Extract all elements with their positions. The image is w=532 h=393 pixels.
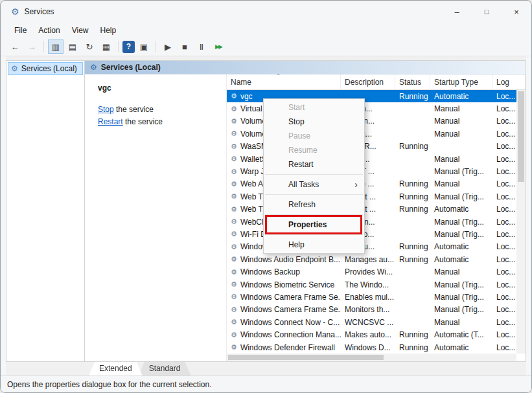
- context-menu-item-all-tasks[interactable]: All Tasks›: [264, 177, 364, 192]
- menu-view[interactable]: View: [66, 24, 95, 37]
- service-logon: Loc...: [492, 330, 516, 339]
- column-header-startup-type[interactable]: Startup Type: [430, 74, 492, 89]
- table-row[interactable]: ⚙ Windows Camera Frame Se... Enables mul…: [227, 291, 516, 303]
- horizontal-scrollbar[interactable]: [227, 354, 516, 361]
- service-startup-type: Manual (Trig...: [430, 280, 492, 289]
- refresh-button[interactable]: ↻: [82, 39, 97, 54]
- menu-help[interactable]: Help: [95, 24, 122, 37]
- service-name: WebCli: [240, 218, 265, 227]
- export-button[interactable]: ▦: [98, 39, 114, 54]
- service-name: Windows Defender Firewall: [240, 343, 335, 352]
- help-button[interactable]: ?: [122, 41, 135, 53]
- service-startup-type: Automatic: [430, 242, 492, 251]
- restart-service-button[interactable]: ▶▶: [211, 39, 226, 54]
- service-name: Virtual: [240, 104, 262, 113]
- service-name-cell: ⚙ Windows Connection Mana...: [227, 330, 341, 339]
- tree-item-services-local[interactable]: ⚙ Services (Local): [8, 62, 83, 75]
- service-gear-icon: ⚙: [231, 318, 237, 326]
- service-description: Makes auto...: [341, 330, 395, 339]
- context-menu-item-help[interactable]: Help: [264, 238, 364, 252]
- back-button[interactable]: ←: [7, 39, 23, 54]
- restart-service-text: the service: [123, 117, 163, 126]
- vertical-scrollbar[interactable]: [516, 90, 526, 354]
- stop-service-button[interactable]: ■: [177, 39, 192, 54]
- status-bar: Opens the properties dialogue box for th…: [1, 376, 531, 392]
- sort-ascending-icon: ˆ: [277, 74, 279, 81]
- menu-separator: [265, 234, 363, 235]
- context-menu-item-restart[interactable]: Restart: [264, 157, 364, 172]
- menu-item-label: Stop: [288, 117, 305, 126]
- toolbar-separator: [156, 41, 156, 52]
- service-startup-type: Automatic: [430, 343, 492, 352]
- service-logon: Loc...: [492, 92, 516, 101]
- service-name-cell: ⚙ Windows Defender Firewall: [227, 343, 341, 352]
- service-description: Manages au...: [341, 255, 395, 264]
- tab-standard[interactable]: Standard: [139, 362, 191, 376]
- vertical-scrollbar-thumb[interactable]: [518, 91, 524, 182]
- service-startup-type: Manual: [430, 179, 492, 188]
- table-row[interactable]: ⚙ Windows Defender Firewall Windows D...…: [227, 341, 516, 354]
- menu-file[interactable]: File: [8, 24, 32, 37]
- stop-service-link[interactable]: Stop: [98, 105, 114, 114]
- menu-separator: [265, 174, 363, 175]
- properties-window-button[interactable]: ▣: [136, 39, 152, 54]
- menu-action[interactable]: Action: [32, 24, 65, 37]
- service-gear-icon: ⚙: [231, 129, 237, 138]
- context-menu-item-refresh[interactable]: Refresh: [264, 197, 364, 212]
- service-status: Running: [395, 242, 430, 251]
- service-logon: Loc...: [492, 230, 516, 239]
- table-row[interactable]: ⚙ Windows Audio Endpoint B... Manages au…: [227, 253, 516, 265]
- column-header-description[interactable]: Description: [341, 74, 395, 89]
- context-menu-item-start: Start: [264, 100, 364, 115]
- close-button[interactable]: ×: [502, 1, 531, 23]
- service-description: Enables mul...: [341, 293, 395, 302]
- context-menu-item-stop[interactable]: Stop: [264, 115, 364, 129]
- table-row[interactable]: ⚙ Windows Backup Provides Wi... Manual L…: [227, 265, 516, 278]
- minimize-button[interactable]: –: [442, 1, 472, 23]
- forward-button[interactable]: →: [24, 39, 40, 54]
- table-row[interactable]: ⚙ Windows Connect Now - C... WCNCSVC ...…: [227, 316, 516, 328]
- export-list-button[interactable]: ▤: [65, 39, 80, 54]
- service-name: Volume: [240, 117, 266, 126]
- service-gear-icon: ⚙: [231, 268, 237, 276]
- service-status: Running: [395, 255, 430, 264]
- column-header-status[interactable]: Status: [395, 74, 430, 89]
- table-row[interactable]: ⚙ Windows Camera Frame Se... Monitors th…: [227, 304, 516, 316]
- menu-item-label: Restart: [288, 160, 314, 169]
- start-service-button[interactable]: ▶: [160, 39, 176, 54]
- service-gear-icon: ⚙: [231, 280, 237, 289]
- column-header-log[interactable]: Log: [492, 74, 526, 89]
- window-controls: – □ ×: [442, 1, 531, 23]
- service-name: Windows Audio Endpoint B...: [240, 255, 340, 264]
- service-logon: Loc...: [492, 167, 516, 176]
- service-logon: Loc...: [492, 255, 516, 264]
- restart-service-link[interactable]: Restart: [98, 117, 123, 126]
- titlebar: ⚙ Services – □ ×: [1, 1, 531, 23]
- service-startup-type: Automatic: [430, 205, 492, 214]
- show-console-tree-button[interactable]: ▥: [48, 39, 64, 54]
- table-row[interactable]: ⚙ Windows Connection Mana... Makes auto.…: [227, 328, 516, 341]
- table-row[interactable]: ⚙ Windows Biometric Service The Windo...…: [227, 278, 516, 291]
- service-logon: Loc...: [492, 205, 516, 214]
- service-startup-type: Manual: [430, 117, 492, 126]
- service-status: Running: [395, 192, 430, 201]
- maximize-button[interactable]: □: [472, 1, 502, 23]
- service-logon: Loc...: [492, 129, 516, 139]
- service-name: Windows Biometric Service: [240, 280, 334, 289]
- service-logon: Loc...: [492, 293, 516, 302]
- service-gear-icon: ⚙: [231, 142, 237, 151]
- service-gear-icon: ⚙: [231, 306, 237, 314]
- context-menu-item-properties[interactable]: Properties: [264, 218, 364, 232]
- service-status: Running: [395, 92, 430, 101]
- pause-service-button[interactable]: Ⅱ: [194, 39, 209, 54]
- toolbar-separator: [118, 41, 119, 52]
- service-gear-icon: ⚙: [231, 205, 237, 214]
- service-startup-type: Automatic (T...: [430, 330, 492, 339]
- service-logon: Loc...: [492, 343, 516, 352]
- tab-extended[interactable]: Extended: [89, 362, 143, 376]
- menu-item-label: Resume: [288, 146, 318, 155]
- service-gear-icon: ⚙: [231, 343, 237, 352]
- column-header-name[interactable]: Name: [227, 74, 341, 89]
- horizontal-scrollbar-thumb[interactable]: [228, 355, 384, 360]
- service-status: Running: [395, 205, 430, 214]
